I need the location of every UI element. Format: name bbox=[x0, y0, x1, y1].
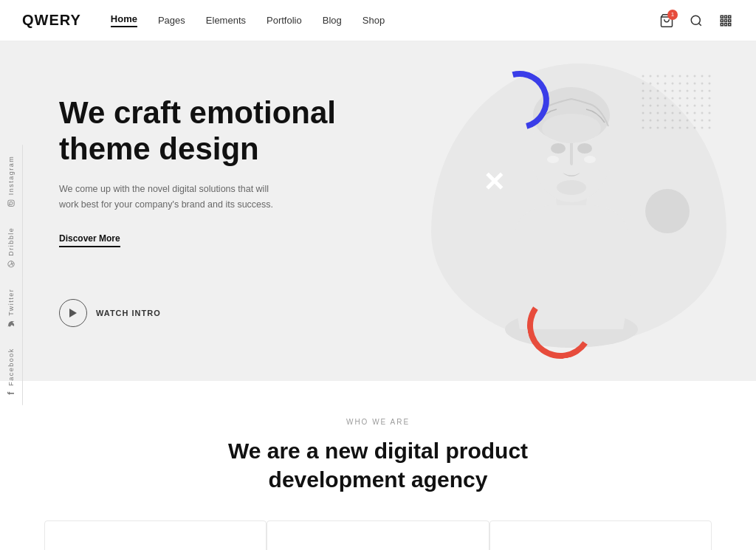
facebook-icon: f bbox=[6, 391, 16, 395]
watch-intro-button[interactable]: WATCH INTRO bbox=[59, 299, 384, 327]
sidebar-social: Instagram Dribble Twitter f Facebook bbox=[0, 145, 23, 405]
who-section: WHO WE ARE We are a new digital product … bbox=[0, 381, 756, 550]
hero-heading: We craft emotional theme design bbox=[59, 95, 384, 167]
svg-point-1 bbox=[691, 16, 700, 24]
feature-card-3: Free Updates & Support bbox=[489, 520, 712, 550]
social-instagram[interactable]: Instagram bbox=[0, 145, 23, 217]
super-clean-code-icon bbox=[359, 543, 397, 550]
main-content: We craft emotional theme design We come … bbox=[0, 0, 756, 550]
social-dribble[interactable]: Dribble bbox=[0, 217, 23, 278]
endless-possibilities-icon bbox=[137, 543, 175, 550]
svg-point-24 bbox=[557, 180, 586, 195]
svg-rect-5 bbox=[729, 16, 731, 18]
dribble-icon bbox=[7, 261, 16, 268]
feature-card-1: Endless Possibilities bbox=[44, 520, 267, 550]
social-twitter[interactable]: Twitter bbox=[0, 278, 23, 338]
nav-portfolio[interactable]: Portfolio bbox=[267, 15, 302, 26]
hero-section: We craft emotional theme design We come … bbox=[0, 41, 756, 381]
discover-more-button[interactable]: Discover More bbox=[59, 233, 120, 247]
free-updates-icon bbox=[581, 543, 619, 550]
twitter-label: Twitter bbox=[7, 289, 15, 316]
site-header: QWERY Home Pages Elements Portfolio Blog… bbox=[0, 0, 756, 41]
twitter-icon bbox=[7, 320, 16, 328]
logo[interactable]: QWERY bbox=[22, 12, 81, 29]
dribble-label: Dribble bbox=[7, 227, 15, 256]
svg-point-13 bbox=[10, 202, 13, 204]
facebook-label: Facebook bbox=[7, 348, 15, 387]
instagram-label: Instagram bbox=[7, 155, 15, 195]
hero-content: We craft emotional theme design We come … bbox=[59, 95, 384, 326]
main-nav: Home Pages Elements Portfolio Blog Shop bbox=[111, 13, 659, 27]
social-facebook[interactable]: f Facebook bbox=[0, 338, 23, 405]
svg-point-27 bbox=[542, 114, 601, 143]
header-icons: 1 bbox=[659, 13, 734, 29]
nav-home[interactable]: Home bbox=[111, 13, 137, 27]
cart-icon[interactable]: 1 bbox=[659, 13, 675, 29]
grid-icon[interactable] bbox=[718, 13, 734, 29]
watch-intro-label: WATCH INTRO bbox=[96, 309, 161, 317]
svg-rect-11 bbox=[729, 23, 731, 25]
svg-line-2 bbox=[698, 23, 701, 25]
svg-rect-4 bbox=[725, 16, 727, 18]
nav-pages[interactable]: Pages bbox=[158, 15, 185, 26]
svg-rect-7 bbox=[725, 19, 727, 21]
svg-point-25 bbox=[547, 156, 559, 163]
svg-rect-3 bbox=[721, 16, 723, 18]
svg-rect-9 bbox=[721, 23, 723, 25]
instagram-icon bbox=[7, 199, 16, 207]
hero-subtitle: We come up with the novel digital soluti… bbox=[59, 182, 273, 213]
svg-point-26 bbox=[584, 156, 596, 163]
svg-rect-6 bbox=[721, 19, 723, 21]
who-eyebrow: WHO WE ARE bbox=[22, 418, 734, 426]
cross-decoration: ✕ bbox=[483, 167, 505, 198]
features-grid: Endless Possibilities bbox=[44, 520, 712, 550]
nav-elements[interactable]: Elements bbox=[206, 15, 246, 26]
nav-blog[interactable]: Blog bbox=[323, 15, 342, 26]
hero-visual: ✕ bbox=[343, 41, 756, 381]
who-title: We are a new digital product development… bbox=[22, 436, 734, 494]
feature-card-2: Super Clean Code bbox=[267, 520, 489, 550]
svg-rect-10 bbox=[725, 23, 727, 25]
search-icon[interactable] bbox=[688, 13, 704, 29]
cart-badge: 1 bbox=[667, 10, 678, 20]
svg-point-23 bbox=[577, 143, 592, 154]
svg-marker-16 bbox=[69, 309, 77, 317]
svg-rect-8 bbox=[729, 19, 731, 21]
svg-point-22 bbox=[551, 143, 566, 154]
play-icon bbox=[59, 299, 87, 327]
nav-shop[interactable]: Shop bbox=[362, 15, 385, 26]
